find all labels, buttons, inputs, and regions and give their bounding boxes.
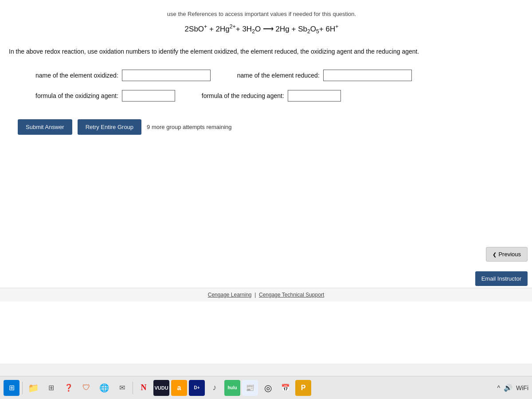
taskbar-separator-2 [133, 382, 133, 394]
help-icon[interactable]: ❓ [61, 380, 77, 396]
top-banner-text: use the References to access important v… [167, 11, 356, 17]
footer: Cengage Learning | Cengage Technical Sup… [0, 288, 532, 301]
technical-support-link[interactable]: Cengage Technical Support [259, 292, 324, 298]
reducing-agent-input[interactable] [288, 90, 341, 102]
previous-button[interactable]: Previous [486, 247, 528, 262]
chevron-up-icon[interactable]: ^ [497, 384, 500, 391]
speaker-icon[interactable]: 🔊 [504, 383, 512, 392]
oxidizing-agent-input[interactable] [122, 90, 175, 102]
element-reduced-label: name of the element reduced: [237, 72, 320, 79]
element-reduced-group: name of the element reduced: [237, 70, 412, 81]
taskbar-separator-1 [22, 382, 23, 394]
footer-separator: | [254, 292, 256, 298]
music-icon[interactable]: ♪ [207, 380, 223, 396]
chrome-icon[interactable]: ◎ [260, 380, 276, 396]
edge-icon[interactable]: 🌐 [96, 380, 112, 396]
file-explorer-icon[interactable]: 📁 [25, 380, 41, 396]
retry-button[interactable]: Retry Entire Group [78, 119, 141, 135]
buttons-area: Submit Answer Retry Entire Group 9 more … [18, 119, 514, 135]
reducing-agent-label: formula of the reducing agent: [202, 92, 284, 99]
amazon-icon[interactable]: a [171, 380, 187, 396]
news-icon[interactable]: 📰 [242, 380, 258, 396]
taskbar-right: ^ 🔊 WiFi [497, 383, 528, 392]
question-text: In the above redox reaction, use oxidati… [9, 47, 514, 56]
equation-display: 2SbO+ + 2Hg2++ 3H2O ⟶ 2Hg + Sb2O5+ 6H+ [185, 25, 339, 33]
element-oxidized-input[interactable] [122, 70, 211, 81]
disney-icon[interactable]: D+ [189, 380, 205, 396]
element-reduced-input[interactable] [323, 70, 412, 81]
element-oxidized-group: name of the element oxidized: [35, 70, 211, 81]
hulu-icon[interactable]: hulu [224, 380, 240, 396]
equation-area: 2SbO+ + 2Hg2++ 3H2O ⟶ 2Hg + Sb2O5+ 6H+ [9, 20, 514, 35]
fields-area: name of the element oxidized: name of th… [35, 70, 514, 102]
oxidizing-agent-label: formula of the oxidizing agent: [35, 92, 118, 99]
submit-button[interactable]: Submit Answer [18, 119, 72, 135]
main-content: use the References to access important v… [0, 0, 532, 364]
wifi-icon[interactable]: WiFi [516, 384, 528, 391]
top-banner: use the References to access important v… [9, 9, 514, 17]
mail-icon[interactable]: ✉ [114, 380, 130, 396]
grid-icon[interactable]: ⊞ [43, 380, 59, 396]
email-instructor-button[interactable]: Email Instructor [475, 271, 528, 286]
reducing-agent-group: formula of the reducing agent: [202, 90, 341, 102]
calendar-icon[interactable]: 📅 [278, 380, 293, 396]
field-row-2: formula of the oxidizing agent: formula … [35, 90, 514, 102]
taskbar: ⊞ 📁 ⊞ ❓ 🛡 🌐 ✉ N VUDU a D+ ♪ hulu 📰 ◎ 📅 P… [0, 376, 532, 399]
chevron-left-icon [493, 251, 497, 258]
vudu-icon[interactable]: VUDU [153, 380, 169, 396]
oxidizing-agent-group: formula of the oxidizing agent: [35, 90, 175, 102]
start-icon[interactable]: ⊞ [4, 380, 20, 396]
shield-icon[interactable]: 🛡 [78, 380, 94, 396]
element-oxidized-label: name of the element oxidized: [35, 72, 118, 79]
cengage-learning-link[interactable]: Cengage Learning [208, 292, 252, 298]
field-row-1: name of the element oxidized: name of th… [35, 70, 514, 81]
plex-icon[interactable]: P [295, 380, 311, 396]
previous-label: Previous [498, 251, 521, 258]
attempts-text: 9 more group attempts remaining [147, 124, 231, 130]
netflix-icon[interactable]: N [136, 380, 152, 396]
